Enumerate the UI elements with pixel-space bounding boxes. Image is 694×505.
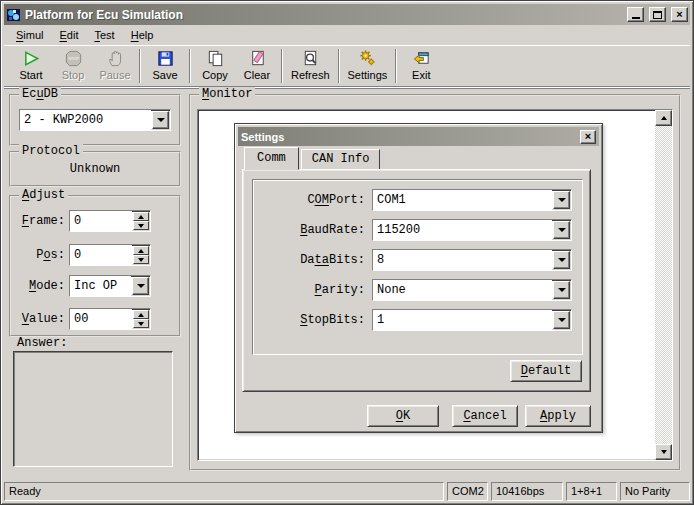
tab-comm[interactable]: Comm xyxy=(244,147,299,170)
menu-test[interactable]: Test xyxy=(86,27,122,43)
pos-spinner[interactable]: 0 xyxy=(69,244,151,266)
baudrate-label: BaudRate: xyxy=(253,223,365,237)
chevron-down-icon xyxy=(558,258,566,262)
ecudb-group: EcuDB 2 - KWP2000 xyxy=(9,94,181,146)
app-icon xyxy=(6,7,22,23)
arrow-down-icon xyxy=(661,450,667,454)
start-button[interactable]: Start xyxy=(10,48,52,84)
comm-tab-page: COMPort: COM1 BaudRate: 115200 DataBits:… xyxy=(242,169,591,392)
pause-button: Pause xyxy=(94,48,136,84)
frame-up-button[interactable] xyxy=(133,212,149,221)
stopbits-label: StopBits: xyxy=(253,313,365,327)
frame-down-button[interactable] xyxy=(133,221,149,230)
dialog-close-button[interactable]: × xyxy=(580,130,596,144)
pos-up-button[interactable] xyxy=(133,246,149,255)
parity-select[interactable]: None xyxy=(372,279,572,301)
answer-box[interactable] xyxy=(13,351,173,467)
protocol-group: Protocol Unknown xyxy=(9,151,181,187)
frame-label: Frame: xyxy=(11,214,65,228)
apply-button[interactable]: Apply xyxy=(525,405,591,427)
value-down-button[interactable] xyxy=(133,319,149,328)
baudrate-select[interactable]: 115200 xyxy=(372,219,572,241)
gears-icon xyxy=(358,49,377,68)
arrow-up-icon xyxy=(138,215,144,219)
maximize-button[interactable] xyxy=(649,7,666,22)
status-parity: No Parity xyxy=(620,482,690,501)
status-bar: Ready COM2 10416bps 1+8+1 No Parity xyxy=(4,480,690,501)
maximize-icon xyxy=(653,11,662,19)
scroll-up-button[interactable] xyxy=(655,110,672,126)
eraser-page-icon xyxy=(248,49,267,68)
menu-help[interactable]: Help xyxy=(123,27,162,43)
exit-button[interactable]: Exit xyxy=(400,48,442,84)
scroll-down-button[interactable] xyxy=(655,444,672,460)
arrow-up-icon xyxy=(138,249,144,253)
toolbar-separator xyxy=(395,49,397,83)
ecudb-dropdown-button[interactable] xyxy=(152,111,169,129)
chevron-down-icon xyxy=(558,228,566,232)
dialog-titlebar[interactable]: Settings × xyxy=(238,127,599,146)
floppy-disk-icon xyxy=(156,49,175,68)
settings-button[interactable]: Settings xyxy=(343,48,393,84)
scrollbar-track[interactable] xyxy=(655,126,672,444)
arrow-down-icon xyxy=(138,258,144,262)
stopbits-select[interactable]: 1 xyxy=(372,309,572,331)
toolbar-separator xyxy=(189,49,191,83)
hand-icon xyxy=(106,49,125,68)
value-up-button[interactable] xyxy=(133,310,149,319)
frame-spinner[interactable]: 0 xyxy=(69,210,151,232)
ok-button[interactable]: OK xyxy=(367,405,439,427)
stop-icon: STOP xyxy=(64,49,83,68)
pos-down-button[interactable] xyxy=(133,255,149,264)
svg-text:STOP: STOP xyxy=(68,56,79,61)
close-icon: × xyxy=(585,131,591,142)
baudrate-dropdown-button[interactable] xyxy=(553,221,570,239)
stop-button: STOP Stop xyxy=(52,48,94,84)
ecudb-select[interactable]: 2 - KWP2000 xyxy=(19,109,171,131)
settings-dialog: Settings × Comm CAN Info COMPort: COM1 B… xyxy=(234,123,603,433)
comport-dropdown-button[interactable] xyxy=(553,191,570,209)
window-title: Platform for Ecu Simulation xyxy=(25,8,624,22)
minimize-button[interactable] xyxy=(627,7,644,22)
clear-button[interactable]: Clear xyxy=(236,48,278,84)
close-button[interactable]: × xyxy=(671,7,688,22)
monitor-scrollbar[interactable] xyxy=(655,110,672,460)
menu-edit[interactable]: Edit xyxy=(52,27,87,43)
titlebar[interactable]: Platform for Ecu Simulation × xyxy=(4,4,690,25)
menu-bar: Simul Edit Test Help xyxy=(4,25,690,45)
toolbar: Start STOP Stop Pause Save Copy Clear Re… xyxy=(4,45,690,88)
databits-dropdown-button[interactable] xyxy=(553,251,570,269)
comm-field-panel: COMPort: COM1 BaudRate: 115200 DataBits:… xyxy=(252,179,583,355)
arrow-down-icon xyxy=(138,322,144,326)
minimize-icon xyxy=(632,17,640,19)
menu-simul[interactable]: Simul xyxy=(8,27,52,43)
mode-dropdown-button[interactable] xyxy=(132,277,149,295)
value-spinner[interactable]: 00 xyxy=(69,308,151,330)
default-button[interactable]: Default xyxy=(510,360,582,382)
mode-label: Mode: xyxy=(11,279,65,293)
dialog-title: Settings xyxy=(241,131,580,143)
app-window: Platform for Ecu Simulation × Simul Edit… xyxy=(0,0,694,505)
toolbar-separator xyxy=(139,49,141,83)
cancel-button[interactable]: Cancel xyxy=(452,405,518,427)
toolbar-separator xyxy=(281,49,283,83)
databits-select[interactable]: 8 xyxy=(372,249,572,271)
pos-label: Pos: xyxy=(11,248,65,262)
magnifier-page-icon xyxy=(301,49,320,68)
value-label: Value: xyxy=(11,312,65,326)
protocol-legend: Protocol xyxy=(19,144,83,158)
stopbits-dropdown-button[interactable] xyxy=(553,311,570,329)
arrow-up-icon xyxy=(138,313,144,317)
databits-label: DataBits: xyxy=(253,253,365,267)
save-button[interactable]: Save xyxy=(144,48,186,84)
refresh-button[interactable]: Refresh xyxy=(286,48,335,84)
adjust-legend: Adjust xyxy=(19,188,68,202)
parity-dropdown-button[interactable] xyxy=(553,281,570,299)
mode-select[interactable]: Inc OP xyxy=(69,275,151,297)
tab-can-info[interactable]: CAN Info xyxy=(301,149,381,170)
chevron-down-icon xyxy=(558,318,566,322)
arrow-down-icon xyxy=(138,224,144,228)
answer-label: Answer: xyxy=(17,336,67,350)
comport-select[interactable]: COM1 xyxy=(372,189,572,211)
copy-button[interactable]: Copy xyxy=(194,48,236,84)
